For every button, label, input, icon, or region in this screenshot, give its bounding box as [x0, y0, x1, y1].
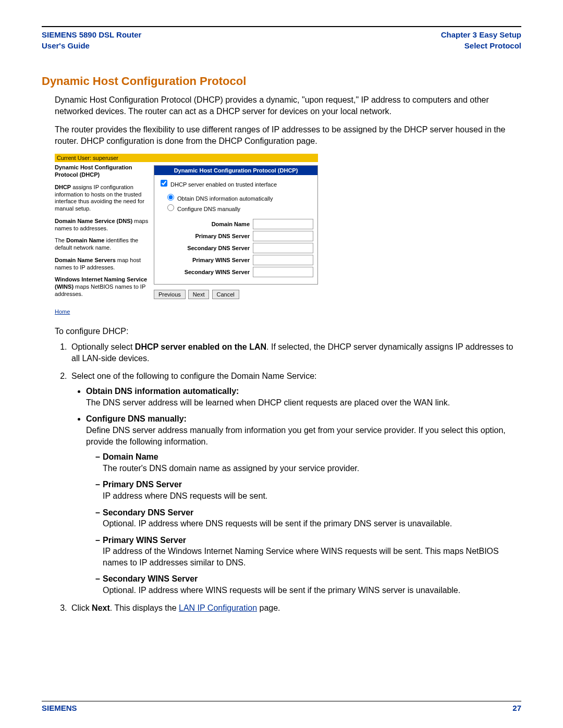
primary-wins-input[interactable]	[253, 255, 313, 265]
primary-dns-input[interactable]	[253, 231, 313, 241]
secondary-wins-input[interactable]	[253, 267, 313, 277]
header-chapter: Chapter 3 Easy Setup	[441, 29, 521, 40]
header-rule	[42, 26, 521, 27]
secondary-dns-label: Secondary DNS Server	[158, 245, 250, 251]
dash-primary-wins: Primary WINS ServerIP address of the Win…	[95, 535, 521, 569]
cancel-button[interactable]: Cancel	[212, 290, 239, 299]
paragraph-1: Dynamic Host Configuration Protocol (DHC…	[42, 94, 521, 117]
dash-domain-name: Domain NameThe router's DNS domain name …	[95, 451, 521, 474]
home-link[interactable]: Home	[55, 309, 70, 316]
footer-brand: SIEMENS	[42, 704, 77, 712]
dns-auto-radio[interactable]	[167, 194, 174, 201]
bullet-dns-manual: Configure DNS manually: Define DNS serve…	[86, 413, 521, 596]
dash-secondary-wins: Secondary WINS ServerOptional. IP addres…	[95, 573, 521, 596]
sidebar-title: Dynamic Host Configuration Protocol (DHC…	[55, 164, 132, 178]
previous-button[interactable]: Previous	[154, 290, 186, 299]
page-footer: SIEMENS 27	[42, 701, 521, 712]
footer-page-number: 27	[512, 704, 521, 712]
step-1: Optionally select DHCP server enabled on…	[69, 341, 521, 364]
next-button[interactable]: Next	[188, 290, 210, 299]
step-3: Click Next. This displays the LAN IP Con…	[69, 602, 521, 614]
dns-manual-radio[interactable]	[167, 204, 174, 211]
dns-auto-label: Obtain DNS information automatically	[177, 195, 273, 202]
dns-manual-label: Configure DNS manually	[177, 206, 240, 212]
dhcp-enabled-checkbox[interactable]	[161, 180, 167, 187]
intro-line: To configure DHCP:	[55, 327, 521, 336]
header-product: SIEMENS 5890 DSL Router	[42, 29, 141, 40]
dhcp-box-title: Dynamic Host Configuration Protocol (DHC…	[154, 166, 317, 175]
dhcp-enabled-label: DHCP server enabled on trusted interface	[170, 181, 277, 188]
header-section: Select Protocol	[441, 40, 521, 51]
header-guide: User's Guide	[42, 40, 141, 51]
steps-list: Optionally select DHCP server enabled on…	[55, 341, 521, 613]
page-header: SIEMENS 5890 DSL Router User's Guide Cha…	[42, 29, 521, 51]
help-sidebar: Dynamic Host Configuration Protocol (DHC…	[55, 162, 154, 317]
lan-ip-config-link[interactable]: LAN IP Configuration	[179, 603, 257, 612]
secondary-dns-input[interactable]	[253, 243, 313, 253]
current-user-bar: Current User: superuser	[55, 154, 318, 162]
dash-secondary-dns: Secondary DNS ServerOptional. IP address…	[95, 507, 521, 529]
step-2: Select one of the following to configure…	[69, 371, 521, 596]
dhcp-form-box: Dynamic Host Configuration Protocol (DHC…	[154, 165, 318, 285]
dhcp-config-screenshot: Current User: superuser Dynamic Host Con…	[55, 154, 318, 317]
primary-dns-label: Primary DNS Server	[158, 233, 250, 239]
paragraph-2: The router provides the flexibility to u…	[42, 124, 521, 146]
secondary-wins-label: Secondary WINS Server	[158, 269, 250, 275]
domain-name-label: Domain Name	[158, 221, 250, 227]
primary-wins-label: Primary WINS Server	[158, 257, 250, 263]
domain-name-input[interactable]	[253, 219, 313, 229]
section-title: Dynamic Host Configuration Protocol	[42, 75, 521, 88]
dash-primary-dns: Primary DNS ServerIP address where DNS r…	[95, 479, 521, 501]
bullet-dns-auto: Obtain DNS information automatically: Th…	[86, 386, 521, 408]
